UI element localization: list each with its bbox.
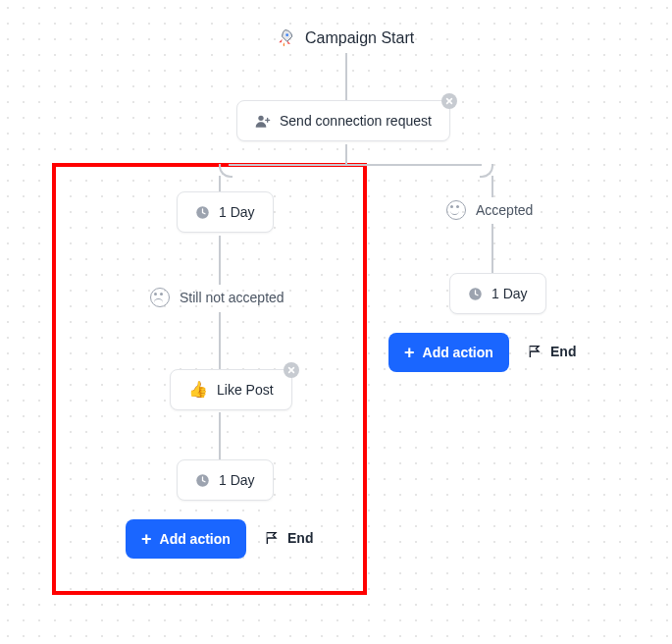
rocket-icon — [276, 28, 295, 48]
add-action-button-left[interactable]: + Add action — [126, 519, 246, 559]
connector — [219, 176, 221, 191]
plus-icon: + — [141, 532, 152, 546]
status-accepted-label: Accepted — [476, 202, 533, 218]
svg-point-0 — [285, 33, 288, 36]
node-delay-right[interactable]: 1 Day — [449, 273, 546, 314]
clock-icon — [468, 287, 483, 301]
smile-icon — [446, 200, 466, 220]
add-action-button-right[interactable]: + Add action — [388, 333, 509, 372]
node-like-post[interactable]: 👍 Like Post — [170, 369, 292, 410]
connector — [345, 144, 347, 164]
add-user-icon — [255, 113, 271, 129]
flag-icon — [264, 530, 280, 546]
add-action-right-label: Add action — [423, 345, 493, 360]
add-action-left-label: Add action — [160, 531, 231, 547]
clock-icon — [195, 473, 210, 488]
connector — [219, 312, 221, 369]
node-like-post-label: Like Post — [217, 382, 274, 398]
end-left-label: End — [287, 530, 313, 546]
status-not-accepted-label: Still not accepted — [180, 290, 284, 305]
connector — [491, 176, 493, 197]
campaign-start: Campaign Start — [276, 28, 414, 48]
frown-icon — [150, 288, 170, 307]
node-delay-left-2-label: 1 Day — [219, 472, 255, 488]
campaign-start-label: Campaign Start — [305, 29, 414, 47]
clock-icon — [195, 205, 210, 220]
node-delay-left-1-label: 1 Day — [219, 204, 255, 220]
connector — [229, 164, 482, 166]
node-delay-left-1[interactable]: 1 Day — [177, 191, 274, 233]
close-icon[interactable] — [441, 93, 457, 109]
plus-icon: + — [404, 346, 415, 359]
connector — [345, 53, 347, 100]
flow-canvas: Campaign Start Send connection request 1… — [0, 0, 672, 644]
end-button-left[interactable]: End — [264, 530, 313, 546]
connector — [491, 224, 493, 273]
flag-icon — [527, 344, 543, 359]
close-icon[interactable] — [284, 362, 299, 378]
status-not-accepted: Still not accepted — [150, 288, 284, 307]
connector — [219, 412, 221, 459]
end-right-label: End — [550, 344, 576, 359]
node-send-request[interactable]: Send connection request — [236, 100, 450, 141]
svg-point-1 — [258, 116, 263, 121]
node-delay-left-2[interactable]: 1 Day — [177, 459, 274, 501]
end-button-right[interactable]: End — [527, 344, 576, 359]
status-accepted: Accepted — [446, 200, 533, 220]
connector — [219, 236, 221, 285]
thumbs-up-icon: 👍 — [188, 382, 208, 398]
node-send-request-label: Send connection request — [280, 113, 432, 129]
connector-corner — [219, 164, 233, 178]
node-delay-right-label: 1 Day — [491, 286, 528, 301]
